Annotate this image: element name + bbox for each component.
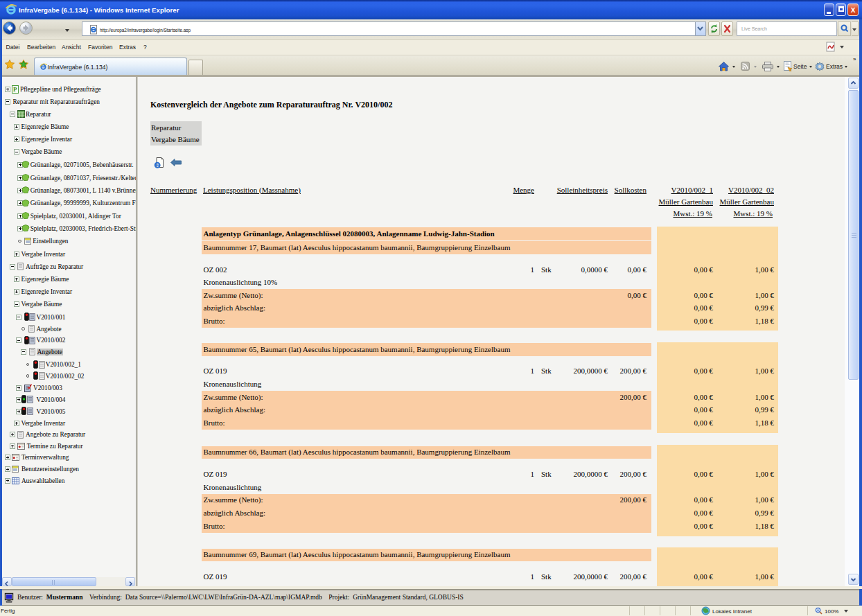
svg-text:P: P bbox=[13, 86, 17, 93]
